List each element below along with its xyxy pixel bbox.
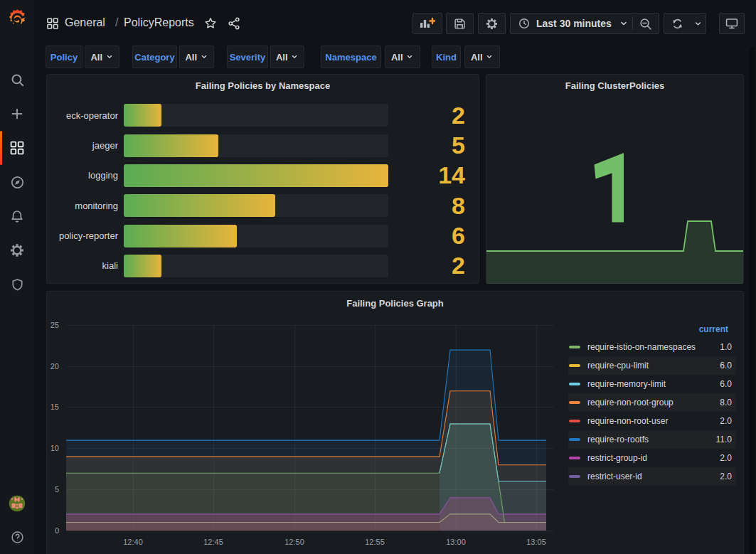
svg-text:10: 10: [50, 444, 59, 452]
svg-text:15: 15: [50, 403, 59, 411]
svg-text:25: 25: [50, 321, 59, 329]
svg-text:13:05: 13:05: [526, 538, 546, 546]
svg-text:20: 20: [50, 362, 59, 371]
svg-text:12:45: 12:45: [203, 538, 223, 546]
svg-text:0: 0: [55, 526, 59, 535]
svg-text:13:00: 13:00: [446, 538, 466, 546]
svg-text:5: 5: [55, 485, 59, 494]
svg-text:12:40: 12:40: [123, 538, 143, 546]
svg-text:12:55: 12:55: [365, 538, 385, 546]
svg-text:12:50: 12:50: [284, 538, 304, 546]
